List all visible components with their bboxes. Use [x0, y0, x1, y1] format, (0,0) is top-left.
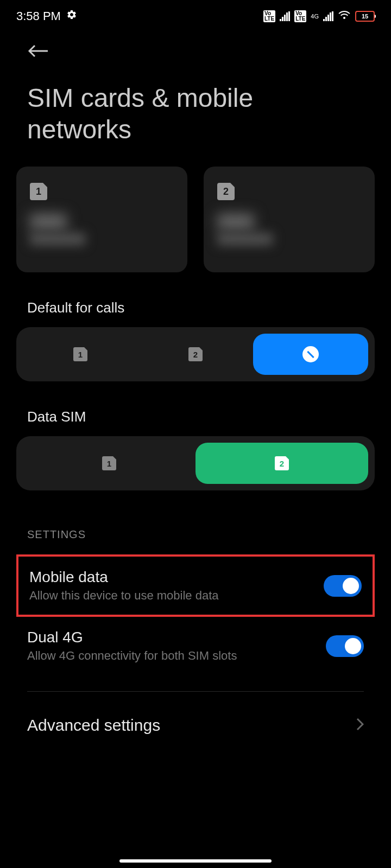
sim-cards-container: 1 ████ ████████ 2 ████ ████████ — [0, 167, 391, 272]
default-calls-ask[interactable] — [253, 334, 368, 375]
dual-4g-text: Dual 4G Allow 4G connectivity for both S… — [27, 629, 326, 663]
network-4g: 4G — [311, 14, 319, 20]
sim-chip-icon: 1 — [102, 456, 116, 470]
sim-number-blurred: ████████ — [30, 233, 174, 245]
dual-4g-row[interactable]: Dual 4G Allow 4G connectivity for both S… — [0, 617, 391, 675]
advanced-settings-row[interactable]: Advanced settings — [0, 692, 391, 759]
sim-number-blurred: ████████ — [217, 233, 361, 245]
sim-card-2[interactable]: 2 ████ ████████ — [204, 167, 375, 272]
dual-4g-toggle[interactable] — [326, 635, 364, 657]
mobile-data-row[interactable]: Mobile data Allow this device to use mob… — [16, 554, 375, 617]
sim-chip-icon: 1 — [73, 347, 87, 361]
volte-icon-2: VoLTE — [294, 10, 306, 22]
sim-carrier-blurred: ████ — [30, 214, 174, 229]
sim-card-1[interactable]: 1 ████ ████████ — [16, 167, 187, 272]
sim-chip-icon: 1 — [30, 183, 47, 200]
not-set-icon — [302, 346, 319, 362]
settings-header: SETTINGS — [0, 490, 391, 554]
default-calls-label: Default for calls — [0, 272, 391, 327]
sim-chip-icon: 2 — [188, 347, 203, 361]
dual-4g-subtitle: Allow 4G connectivity for both SIM slots — [27, 649, 326, 663]
mobile-data-text: Mobile data Allow this device to use mob… — [29, 569, 324, 603]
wifi-icon — [338, 9, 351, 23]
mobile-data-toggle[interactable] — [324, 575, 362, 597]
advanced-settings-title: Advanced settings — [27, 716, 160, 735]
battery-icon: 15 — [355, 11, 375, 22]
page-title: SIM cards & mobile networks — [0, 77, 391, 167]
default-calls-selector: 1 2 — [16, 327, 375, 381]
status-right: VoLTE VoLTE 4G 15 — [263, 9, 375, 23]
data-sim-1[interactable]: 1 — [23, 443, 195, 484]
back-icon[interactable] — [27, 51, 49, 60]
signal-icon-2 — [323, 11, 333, 21]
time-text: 3:58 PM — [16, 9, 61, 23]
volte-icon-1: VoLTE — [263, 10, 275, 22]
dual-4g-title: Dual 4G — [27, 629, 326, 646]
status-bar: 3:58 PM VoLTE VoLTE 4G 15 — [0, 0, 391, 33]
default-calls-sim2[interactable]: 2 — [138, 334, 253, 375]
default-calls-sim1[interactable]: 1 — [23, 334, 138, 375]
nav-bar — [0, 33, 391, 77]
signal-icon-1 — [280, 11, 290, 21]
data-sim-2[interactable]: 2 — [195, 443, 368, 484]
data-sim-label: Data SIM — [0, 381, 391, 436]
sim-chip-icon: 2 — [275, 456, 289, 470]
data-sim-selector: 1 2 — [16, 436, 375, 490]
chevron-right-icon — [356, 718, 364, 733]
gear-icon — [66, 9, 77, 23]
status-left: 3:58 PM — [16, 9, 77, 23]
sim-chip-icon: 2 — [217, 183, 235, 200]
home-indicator[interactable] — [119, 859, 272, 863]
sim-carrier-blurred: ████ — [217, 214, 361, 229]
mobile-data-title: Mobile data — [29, 569, 324, 586]
mobile-data-subtitle: Allow this device to use mobile data — [29, 589, 324, 603]
